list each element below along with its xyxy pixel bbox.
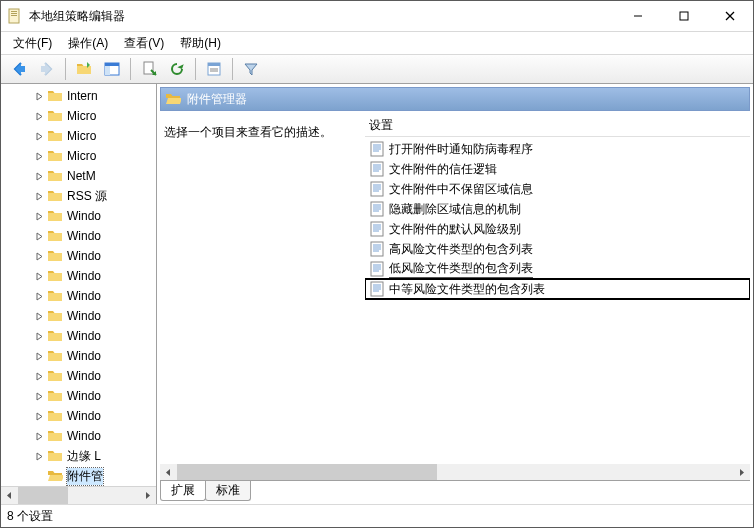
folder-icon <box>47 108 63 124</box>
tree-item[interactable]: Windo <box>1 326 156 346</box>
column-header-setting[interactable]: 设置 <box>365 114 750 137</box>
tree[interactable]: InternMicroMicroMicroNetMRSS 源WindoWindo… <box>1 84 156 486</box>
tree-item-label: Intern <box>67 89 98 103</box>
expand-icon[interactable] <box>33 390 45 402</box>
expand-icon[interactable] <box>33 350 45 362</box>
tree-item[interactable]: Windo <box>1 366 156 386</box>
tree-item[interactable]: Intern <box>1 86 156 106</box>
list-item[interactable]: 文件附件中不保留区域信息 <box>365 179 750 199</box>
expand-icon[interactable] <box>33 190 45 202</box>
tree-item-label: Windo <box>67 269 101 283</box>
detail-hscrollbar[interactable] <box>160 464 750 481</box>
back-button[interactable] <box>6 56 32 82</box>
tree-item[interactable]: Windo <box>1 306 156 326</box>
expand-icon[interactable] <box>33 210 45 222</box>
expand-icon[interactable] <box>33 430 45 442</box>
tree-item[interactable]: Windo <box>1 226 156 246</box>
scroll-right-button[interactable] <box>139 487 156 504</box>
tree-item[interactable]: NetM <box>1 166 156 186</box>
menu-view[interactable]: 查看(V) <box>116 34 172 53</box>
expand-icon[interactable] <box>33 250 45 262</box>
scroll-left-button[interactable] <box>160 464 177 481</box>
tree-item[interactable]: Windo <box>1 406 156 426</box>
tree-item[interactable]: Micro <box>1 146 156 166</box>
scroll-left-button[interactable] <box>1 487 18 504</box>
tree-item[interactable]: Windo <box>1 206 156 226</box>
folder-icon <box>47 368 63 384</box>
expand-icon[interactable] <box>33 270 45 282</box>
up-folder-button[interactable] <box>71 56 97 82</box>
policy-icon <box>369 261 385 277</box>
expand-icon[interactable] <box>33 370 45 382</box>
scroll-thumb[interactable] <box>18 487 68 504</box>
menu-file[interactable]: 文件(F) <box>5 34 60 53</box>
filter-button[interactable] <box>238 56 264 82</box>
expand-icon[interactable] <box>33 310 45 322</box>
tree-item[interactable]: RSS 源 <box>1 186 156 206</box>
menu-action[interactable]: 操作(A) <box>60 34 116 53</box>
tree-item-label: Windo <box>67 289 101 303</box>
tree-item[interactable]: Micro <box>1 126 156 146</box>
tab-extended[interactable]: 扩展 <box>160 481 206 501</box>
tree-item[interactable]: Windo <box>1 426 156 446</box>
export-list-button[interactable] <box>136 56 162 82</box>
scroll-thumb[interactable] <box>177 464 437 481</box>
tab-standard[interactable]: 标准 <box>205 481 251 501</box>
list-item-label: 中等风险文件类型的包含列表 <box>389 281 545 298</box>
tree-item[interactable]: 附件管 <box>1 466 156 486</box>
forward-button[interactable] <box>34 56 60 82</box>
scroll-right-button[interactable] <box>733 464 750 481</box>
list-item[interactable]: 文件附件的默认风险级别 <box>365 219 750 239</box>
folder-icon <box>47 228 63 244</box>
tree-item[interactable]: Windo <box>1 346 156 366</box>
tree-item-label: Windo <box>67 249 101 263</box>
tree-item-label: 附件管 <box>67 468 103 485</box>
scroll-track[interactable] <box>177 464 733 481</box>
list-item[interactable]: 中等风险文件类型的包含列表 <box>365 279 750 299</box>
tree-item[interactable]: Windo <box>1 246 156 266</box>
tree-item[interactable]: 边缘 L <box>1 446 156 466</box>
expand-icon[interactable] <box>33 290 45 302</box>
tree-item-label: Windo <box>67 369 101 383</box>
folder-open-icon <box>165 91 181 107</box>
tree-item[interactable]: Windo <box>1 266 156 286</box>
expand-icon[interactable] <box>33 110 45 122</box>
tree-item-label: Micro <box>67 149 96 163</box>
list-item[interactable]: 打开附件时通知防病毒程序 <box>365 139 750 159</box>
properties-button[interactable] <box>201 56 227 82</box>
list-item-label: 低风险文件类型的包含列表 <box>389 260 533 278</box>
status-text: 8 个设置 <box>7 508 53 525</box>
settings-list[interactable]: 打开附件时通知防病毒程序文件附件的信任逻辑文件附件中不保留区域信息隐藏删除区域信… <box>365 137 750 464</box>
scroll-track[interactable] <box>18 487 139 504</box>
list-item[interactable]: 低风险文件类型的包含列表 <box>365 259 750 279</box>
tree-item[interactable]: Windo <box>1 286 156 306</box>
tree-hscrollbar[interactable] <box>1 486 156 504</box>
folder-icon <box>47 268 63 284</box>
expand-icon[interactable] <box>33 450 45 462</box>
close-button[interactable] <box>707 1 753 31</box>
policy-icon <box>369 141 385 157</box>
expand-icon[interactable] <box>33 170 45 182</box>
expand-icon[interactable] <box>33 410 45 422</box>
tree-item-label: Windo <box>67 209 101 223</box>
expand-icon[interactable] <box>33 130 45 142</box>
policy-icon <box>369 181 385 197</box>
menu-help[interactable]: 帮助(H) <box>172 34 229 53</box>
folder-icon <box>47 248 63 264</box>
tree-item[interactable]: Windo <box>1 386 156 406</box>
expand-icon[interactable] <box>33 230 45 242</box>
expand-icon[interactable] <box>33 330 45 342</box>
folder-icon <box>47 408 63 424</box>
list-item[interactable]: 文件附件的信任逻辑 <box>365 159 750 179</box>
minimize-button[interactable] <box>615 1 661 31</box>
maximize-button[interactable] <box>661 1 707 31</box>
menubar: 文件(F) 操作(A) 查看(V) 帮助(H) <box>1 32 753 55</box>
list-item[interactable]: 隐藏删除区域信息的机制 <box>365 199 750 219</box>
refresh-button[interactable] <box>164 56 190 82</box>
list-item[interactable]: 高风险文件类型的包含列表 <box>365 239 750 259</box>
tree-item[interactable]: Micro <box>1 106 156 126</box>
expand-icon[interactable] <box>33 150 45 162</box>
expand-icon[interactable] <box>33 470 45 482</box>
show-hide-tree-button[interactable] <box>99 56 125 82</box>
expand-icon[interactable] <box>33 90 45 102</box>
